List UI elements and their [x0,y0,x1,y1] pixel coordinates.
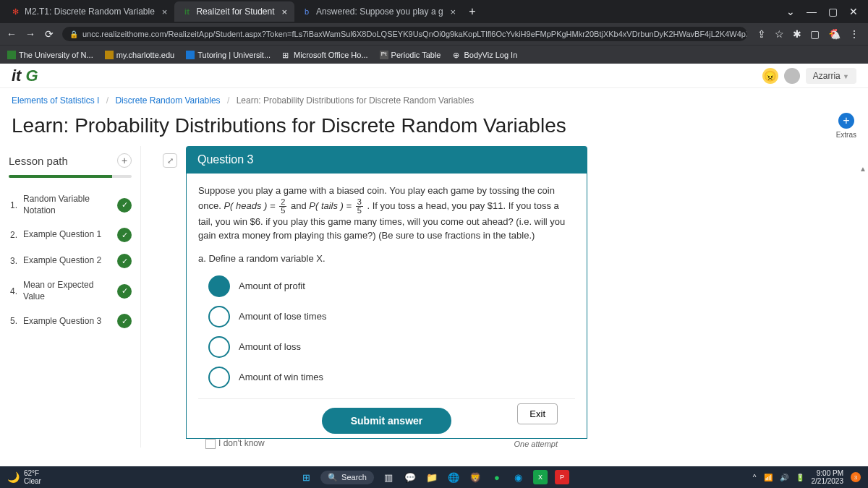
lesson-item[interactable]: 1. Random Variable Notation ✓ [0,188,140,222]
lesson-number: 1. [10,200,17,210]
bookmark-item[interactable]: my.charlotte.edu [105,51,175,59]
add-lesson-button[interactable]: + [117,153,132,168]
sub-question: a. Define a random variable X. [198,252,575,266]
reload-button[interactable]: ⟳ [43,28,55,40]
lesson-item[interactable]: 5. Example Question 3 ✓ [0,308,140,334]
tab-answered[interactable]: b Answered: Suppose you play a g × [294,1,463,22]
radio-option[interactable]: Amount of lose times [198,301,575,332]
chevron-down-icon[interactable]: ⌄ [786,6,795,17]
exit-button[interactable]: Exit [517,403,558,424]
user-menu[interactable]: Azarria ▼ [806,68,856,84]
question-prompt-line: once. P( heads ) = 25 and P( tails ) = 3… [198,198,575,215]
notification-icon[interactable]: 3 [851,472,861,482]
brave-icon[interactable]: 🦁 [468,470,482,484]
back-button[interactable]: ← [6,28,17,40]
close-icon[interactable]: × [451,7,456,17]
bookmark-item[interactable]: PtPeriodic Table [380,51,441,59]
progress-fill [9,175,112,178]
lesson-item[interactable]: 2. Example Question 1 ✓ [0,222,140,248]
lesson-number: 4. [10,286,17,296]
radio-button[interactable] [208,336,230,358]
office-icon: ⊞ [282,51,291,59]
minimize-icon[interactable]: — [807,6,817,17]
bookmark-label: Tutoring | Universit... [197,51,271,59]
volume-icon[interactable]: 🔊 [780,474,788,481]
check-icon: ✓ [117,254,132,268]
task-view-icon[interactable]: ▥ [381,470,396,484]
radio-button[interactable] [208,367,230,388]
radio-label: Amount of loss [239,340,301,354]
bookmark-item[interactable]: ⊞Microsoft Office Ho... [282,51,368,59]
submit-button[interactable]: Submit answer [322,408,452,434]
radio-button[interactable] [208,306,230,328]
maximize-icon[interactable]: ▢ [828,6,838,17]
battery-icon[interactable]: 🔋 [796,474,804,481]
question-footer: Submit answer Exit I don't know One atte… [198,398,575,438]
system-tray: ^ 📶 🔊 🔋 9:00 PM 2/21/2023 3 [753,469,861,485]
lesson-item[interactable]: 3. Example Question 2 ✓ [0,248,140,274]
lesson-item[interactable]: 4. Mean or Expected Value ✓ [0,274,140,308]
weather-cond: Clear [24,477,41,485]
question-header: Question 3 [186,146,587,174]
bartleby-icon: b [302,7,312,17]
breadcrumb-link[interactable]: Elements of Statistics I [12,95,99,106]
weather-widget[interactable]: 🌙 62°F Clear [7,469,41,485]
bookmark-item[interactable]: ⊕BodyViz Log In [453,51,518,59]
spotify-icon[interactable]: ● [490,470,504,484]
moon-icon: 🌙 [7,471,20,483]
radio-option[interactable]: Amount of profit [198,271,575,301]
reading-list-icon[interactable]: ▢ [810,28,820,40]
start-button[interactable]: ⊞ [299,470,313,484]
attempt-label: One attempt [514,438,558,450]
forward-button[interactable]: → [25,28,36,40]
extension-icon[interactable]: ✱ [793,28,801,40]
i-dont-know-checkbox[interactable]: I don't know [205,437,265,450]
tray-chevron-icon[interactable]: ^ [753,474,757,481]
check-icon: ✓ [117,198,132,213]
main-content: Lesson path + 1. Random Variable Notatio… [0,146,868,448]
bookmark-item[interactable]: Tutoring | Universit... [186,51,271,59]
clock[interactable]: 9:00 PM 2/21/2023 [812,469,844,485]
bookmark-item[interactable]: The University of N... [7,51,93,59]
powerpoint-icon[interactable]: P [555,470,569,484]
windows-taskbar: 🌙 62°F Clear ⊞ 🔍Search ▥ 💬 📁 🌐 🦁 ● ◉ X P… [0,466,868,488]
realizeit-logo[interactable]: it G [12,67,38,85]
profile-icon[interactable]: 🐔 [828,28,841,40]
radio-option[interactable]: Amount of win times [198,362,575,393]
explorer-icon[interactable]: 📁 [425,470,439,484]
excel-icon[interactable]: X [533,470,548,484]
lesson-label: Random Variable Notation [23,194,111,216]
chat-icon[interactable]: 💬 [403,470,417,484]
taskbar-search[interactable]: 🔍Search [320,471,374,484]
bookmark-label: BodyViz Log In [464,51,518,59]
url-bar[interactable]: 🔒 uncc.realizeithome.com/RealizeitApp/St… [62,27,747,41]
tab-canvas[interactable]: ✻ M2.T1: Discrete Random Variable × [3,1,174,22]
close-icon[interactable]: × [162,7,168,17]
share-icon[interactable]: ⇪ [757,28,766,40]
tab-realizeit[interactable]: it Realizeit for Student × [174,1,294,22]
star-icon[interactable]: ☆ [775,28,784,40]
close-window-icon[interactable]: ✕ [849,6,858,17]
radio-button[interactable] [208,275,230,297]
status-face-icon[interactable]: 😠 [762,68,778,84]
expand-button[interactable]: ⤢ [163,153,177,168]
clock-time: 9:00 PM [812,469,844,477]
bodyviz-icon: ⊕ [453,51,461,59]
extras-button[interactable]: + Extras [836,113,856,139]
lesson-number: 2. [10,230,17,240]
close-icon[interactable]: × [282,7,288,17]
browser-tabs: ✻ M2.T1: Discrete Random Variable × it R… [0,0,868,23]
user-name-label: Azarria [813,71,841,81]
new-tab-button[interactable]: + [463,5,481,18]
checkbox-icon [205,439,216,449]
app-header: it G 😠 Azarria ▼ [0,64,868,88]
menu-icon[interactable]: ⋮ [849,28,859,40]
wifi-icon[interactable]: 📶 [764,474,773,481]
avatar[interactable] [784,68,800,84]
breadcrumb-link[interactable]: Discrete Random Variables [115,95,220,106]
page-title: Learn: Probability Distributions for Dis… [12,114,836,137]
chrome-icon[interactable]: 🌐 [446,470,461,484]
radio-option[interactable]: Amount of loss [198,332,575,362]
edge-icon[interactable]: ◉ [511,470,526,484]
clock-date: 2/21/2023 [812,477,844,485]
